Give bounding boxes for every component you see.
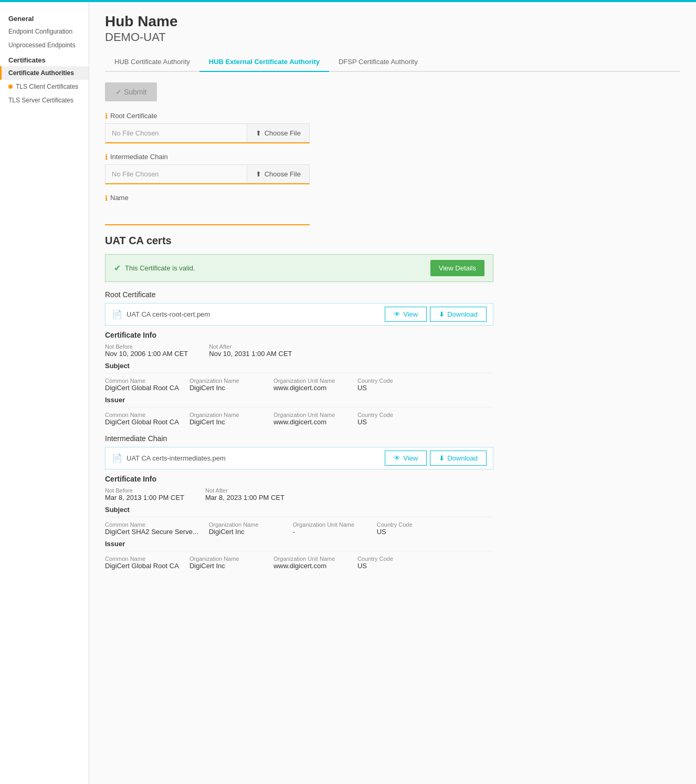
eye-icon-root: 👁	[394, 310, 400, 318]
tab-hub-ca[interactable]: HUB Certificate Authority	[105, 53, 199, 72]
tab-bar: HUB Certificate Authority HUB External C…	[105, 53, 680, 72]
view-details-button[interactable]: View Details	[430, 260, 484, 276]
intermediate-cert-meta-dates: Not Before Mar 8, 2013 1:00 PM CET Not A…	[105, 487, 493, 501]
intermediate-subject-ou: Organization Unit Name -	[293, 521, 366, 536]
info-icon-root: ℹ	[105, 112, 108, 120]
intermediate-issuer-country: Country Code US	[357, 556, 431, 570]
root-cert-btn-row: 👁 View ⬇ Download	[385, 307, 487, 322]
intermediate-issuer-row: Common Name DigiCert Global Root CA Orga…	[105, 551, 493, 570]
valid-text: ✔ This Certificate is valid.	[114, 263, 195, 273]
root-issuer-cn: Common Name DigiCert Global Root CA	[105, 412, 179, 426]
upload-icon-root: ⬆	[256, 129, 261, 137]
intermediate-subject-row: Common Name DigiCert SHA2 Secure Serve..…	[105, 517, 493, 536]
upload-icon-intermediate: ⬆	[256, 170, 261, 178]
intermediate-not-before: Not Before Mar 8, 2013 1:00 PM CET	[105, 487, 184, 501]
root-subject-country: Country Code US	[357, 378, 431, 392]
intermediate-chain-no-file: No File Chosen	[106, 165, 247, 183]
root-cert-file-row: 📄 UAT CA certs-root-cert.pem 👁 View ⬇ Do…	[105, 303, 493, 326]
intermediate-download-button[interactable]: ⬇ Download	[430, 451, 487, 466]
root-subject-row: Common Name DigiCert Global Root CA Orga…	[105, 373, 493, 392]
intermediate-chain-choose-file-button[interactable]: ⬆ Choose File	[247, 165, 309, 183]
root-subject-ou: Organization Unit Name www.digicert.com	[273, 378, 347, 392]
page-title: Hub Name	[105, 13, 680, 30]
orange-dot-icon	[8, 85, 13, 89]
root-cert-label: ℹ Root Certificate	[105, 112, 680, 120]
sidebar-item-tls-client-certs[interactable]: TLS Client Certificates	[0, 80, 89, 93]
sidebar-section-general: General	[0, 11, 89, 25]
submit-button[interactable]: ✓ Submit	[105, 82, 157, 101]
info-icon-intermediate: ℹ	[105, 153, 108, 161]
intermediate-subject-cn: Common Name DigiCert SHA2 Secure Serve..…	[105, 521, 198, 536]
intermediate-view-button[interactable]: 👁 View	[385, 451, 427, 466]
root-cert-not-after: Not After Nov 10, 2031 1:00 AM CET	[209, 343, 292, 358]
file-icon-root: 📄	[112, 309, 122, 319]
sidebar-item-unprocessed-endpoints[interactable]: Unprocessed Endpoints	[0, 38, 89, 52]
root-issuer-ou: Organization Unit Name www.digicert.com	[273, 412, 347, 426]
root-subject-title: Subject	[105, 362, 493, 370]
intermediate-filename: UAT CA certs-intermediates.pem	[126, 454, 385, 462]
root-cert-section-label: Root Certificate	[105, 290, 680, 299]
tab-hub-external-ca[interactable]: HUB External Certificate Authority	[199, 53, 329, 72]
sidebar-item-tls-server-certs[interactable]: TLS Server Certificates	[0, 93, 89, 107]
intermediate-issuer-ou: Organization Unit Name www.digicert.com	[273, 556, 347, 570]
root-cert-filename: UAT CA certs-root-cert.pem	[126, 310, 385, 318]
intermediate-not-after: Not After Mar 8, 2023 1:00 PM CET	[205, 487, 284, 501]
intermediate-cert-info-block: Certificate Info Not Before Mar 8, 2013 …	[105, 475, 493, 570]
root-subject-org: Organization Name DigiCert Inc	[189, 378, 263, 392]
root-cert-meta-dates: Not Before Nov 10, 2006 1:00 AM CET Not …	[105, 343, 493, 358]
sidebar-section-certificates: Certificates	[0, 52, 89, 66]
page-subtitle: DEMO-UAT	[105, 30, 680, 44]
intermediate-subject-country: Country Code US	[377, 521, 450, 536]
check-icon: ✔	[114, 263, 121, 273]
name-field-wrapper	[105, 205, 310, 225]
intermediate-issuer-org: Organization Name DigiCert Inc	[189, 556, 263, 570]
intermediate-chain-label: ℹ Intermediate Chain	[105, 153, 680, 161]
download-icon-root: ⬇	[439, 310, 445, 318]
root-issuer-row: Common Name DigiCert Global Root CA Orga…	[105, 407, 493, 426]
root-cert-choose-file-button[interactable]: ⬆ Choose File	[247, 124, 309, 142]
root-cert-download-button[interactable]: ⬇ Download	[430, 307, 487, 322]
sidebar: General Endpoint Configuration Unprocess…	[0, 2, 89, 784]
intermediate-subject-title: Subject	[105, 506, 493, 514]
info-icon-name: ℹ	[105, 194, 108, 202]
intermediate-chain-file-input: No File Chosen ⬆ Choose File	[105, 164, 310, 184]
tab-dfsp-ca[interactable]: DFSP Certificate Authority	[329, 53, 427, 72]
root-issuer-org: Organization Name DigiCert Inc	[189, 412, 263, 426]
download-icon-intermediate: ⬇	[439, 454, 445, 462]
intermediate-file-row: 📄 UAT CA certs-intermediates.pem 👁 View …	[105, 447, 493, 469]
root-cert-not-before: Not Before Nov 10, 2006 1:00 AM CET	[105, 343, 188, 358]
root-cert-file-input: No File Chosen ⬆ Choose File	[105, 123, 310, 143]
name-input[interactable]	[105, 205, 310, 225]
sidebar-item-endpoint-config[interactable]: Endpoint Configuration	[0, 25, 89, 38]
submit-label: ✓ Submit	[115, 88, 146, 96]
intermediate-issuer-cn: Common Name DigiCert Global Root CA	[105, 556, 179, 570]
root-issuer-title: Issuer	[105, 396, 493, 404]
main-content: Hub Name DEMO-UAT HUB Certificate Author…	[89, 2, 696, 784]
root-subject-cn: Common Name DigiCert Global Root CA	[105, 378, 179, 392]
root-issuer-country: Country Code US	[357, 412, 431, 426]
root-cert-info-title: Certificate Info	[105, 331, 493, 339]
eye-icon-intermediate: 👁	[394, 454, 400, 462]
root-cert-view-button[interactable]: 👁 View	[385, 307, 427, 322]
root-cert-info-block: Certificate Info Not Before Nov 10, 2006…	[105, 331, 493, 426]
intermediate-section-label: Intermediate Chain	[105, 434, 680, 443]
name-field-label: ℹ Name	[105, 194, 680, 202]
file-icon-intermediate: 📄	[112, 453, 122, 463]
intermediate-cert-info-title: Certificate Info	[105, 475, 493, 483]
sidebar-item-certificate-authorities[interactable]: Certificate Authorities	[0, 66, 89, 80]
root-cert-no-file: No File Chosen	[106, 124, 247, 142]
intermediate-btn-row: 👁 View ⬇ Download	[385, 451, 487, 466]
valid-banner: ✔ This Certificate is valid. View Detail…	[105, 254, 493, 282]
intermediate-subject-org: Organization Name DigiCert Inc	[209, 521, 282, 536]
intermediate-issuer-title: Issuer	[105, 540, 493, 548]
uat-section-title: UAT CA certs	[105, 235, 680, 247]
